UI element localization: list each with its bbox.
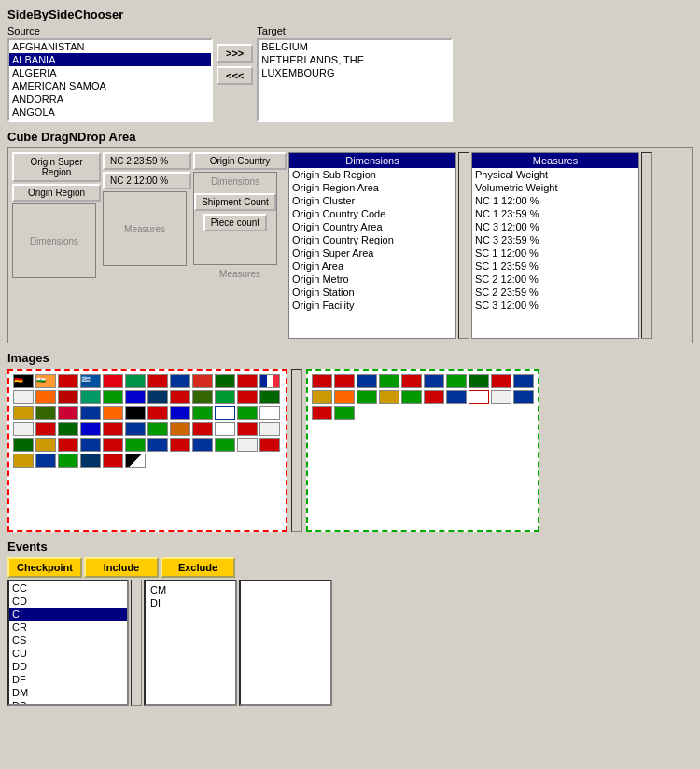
flag-c8[interactable] (125, 406, 146, 420)
target-list[interactable]: BELGIUM NETHERLANDS, THE LUXEMBOURG (257, 38, 453, 122)
shipment-count-button[interactable]: Shipment Count (194, 193, 276, 211)
move-right-button[interactable]: >>> (217, 44, 253, 63)
meas-nc1-2359[interactable]: NC 1 23:59 % (472, 207, 638, 220)
origin-region-button[interactable]: Origin Region (12, 184, 101, 202)
rflag-r10[interactable] (513, 374, 534, 388)
source-item-anguilla[interactable]: ANGUILLA (9, 119, 211, 122)
rflag-t1[interactable] (312, 406, 332, 420)
flag-f11[interactable] (125, 454, 146, 468)
flag-b2[interactable] (147, 390, 168, 404)
flag-fr[interactable] (259, 374, 280, 388)
flag-d10[interactable] (170, 422, 190, 436)
flag-d9[interactable] (147, 422, 168, 436)
flag-d8[interactable] (125, 422, 146, 436)
dim-item-origin-country-region[interactable]: Origin Country Region (289, 233, 455, 246)
checkpoint-list[interactable]: CC CD CI CR CS CU DD DF DM DP DS EP ES (7, 580, 129, 706)
dim-item-origin-station[interactable]: Origin Station (289, 286, 455, 299)
checkpoint-button[interactable]: Checkpoint (7, 557, 82, 578)
flag-teal1[interactable] (80, 390, 101, 404)
flag-red2[interactable] (58, 390, 78, 404)
flag-e10[interactable] (125, 438, 146, 452)
dim-item-origin-country-area[interactable]: Origin Country Area (289, 220, 455, 233)
piece-count-button[interactable]: Piece count (203, 214, 267, 231)
flag-mix2[interactable] (125, 374, 146, 388)
flag-c5[interactable] (58, 406, 78, 420)
flag-e11[interactable] (147, 438, 168, 452)
flag-box-left[interactable]: 🇩🇪 🇮🇳 🇬🇷 (7, 369, 287, 532)
chk-dp[interactable]: DP (9, 699, 127, 706)
flag-b3[interactable] (170, 390, 190, 404)
move-left-button[interactable]: <<< (217, 66, 253, 85)
dim-item-origin-region-area[interactable]: Origin Region Area (289, 181, 455, 194)
chk-ci[interactable]: CI (9, 608, 127, 621)
flag-d4[interactable] (35, 422, 56, 436)
rflag-s3[interactable] (379, 390, 399, 404)
chk-cd[interactable]: CD (9, 594, 127, 608)
meas-sc2-1200[interactable]: SC 2 12:00 % (472, 273, 638, 286)
source-item-algeria[interactable]: ALGERIA (9, 66, 211, 79)
source-item-andorra[interactable]: ANDORRA (9, 92, 211, 105)
flag-mix7[interactable] (237, 374, 258, 388)
flag-e5[interactable] (13, 438, 34, 452)
source-item-american-samoa[interactable]: AMERICAN SAMOA (9, 79, 211, 92)
rflag-r7[interactable] (446, 374, 467, 388)
rflag-t2[interactable] (334, 406, 355, 420)
flag-de[interactable]: 🇩🇪 (13, 374, 34, 388)
meas-nc3-1200[interactable]: NC 3 12:00 % (472, 220, 638, 233)
flag-il[interactable] (215, 406, 235, 420)
source-item-angola[interactable]: ANGOLA (9, 105, 211, 119)
flag-c3[interactable] (13, 406, 34, 420)
flag-c9[interactable] (147, 406, 168, 420)
flag-c2[interactable] (259, 390, 280, 404)
meas-sc1-2359[interactable]: SC 1 23:59 % (472, 259, 638, 273)
meas-sc2-2359[interactable]: SC 2 23:59 % (472, 286, 638, 299)
chk-dm[interactable]: DM (9, 686, 127, 699)
flag-c10[interactable] (170, 406, 190, 420)
dim-item-origin-super-area[interactable]: Origin Super Area (289, 246, 455, 259)
flag-c1[interactable] (237, 390, 258, 404)
flag-d1[interactable] (237, 406, 258, 420)
flag-mix5[interactable] (192, 374, 213, 388)
inc-di[interactable]: DI (147, 596, 233, 609)
exclude-button[interactable]: Exclude (161, 557, 235, 578)
flag-e6[interactable] (35, 438, 56, 452)
nc2-chip-1[interactable]: NC 2 23:59 % (103, 152, 191, 170)
flag-mix3[interactable] (147, 374, 168, 388)
chk-cc[interactable]: CC (9, 581, 127, 594)
flag-c11[interactable] (192, 406, 213, 420)
flag-d3[interactable] (13, 422, 34, 436)
chk-dd[interactable]: DD (9, 660, 127, 673)
source-list[interactable]: AFGHANISTAN ALBANIA ALGERIA AMERICAN SAM… (7, 38, 213, 122)
flag-box-right[interactable] (306, 369, 539, 532)
flag-e3[interactable] (237, 422, 258, 436)
flag-e7[interactable] (58, 438, 78, 452)
meas-sc3-1200[interactable]: SC 3 12:00 % (472, 299, 638, 312)
flag-e9[interactable] (103, 438, 123, 452)
rflag-s9[interactable] (513, 390, 534, 404)
flag-mix4[interactable] (170, 374, 190, 388)
exclude-list[interactable] (239, 580, 332, 706)
flag-e1[interactable] (192, 422, 213, 436)
dim-item-origin-country-code[interactable]: Origin Country Code (289, 207, 455, 220)
flag-light1[interactable] (13, 390, 34, 404)
rflag-s5[interactable] (424, 390, 444, 404)
flag-f2[interactable] (192, 438, 213, 452)
rflag-r6[interactable] (424, 374, 444, 388)
rflag-r3[interactable] (357, 374, 377, 388)
flag-c4[interactable] (35, 406, 56, 420)
flag-f10[interactable] (103, 454, 123, 468)
rflag-s6[interactable] (446, 390, 467, 404)
flag-b4[interactable] (192, 390, 213, 404)
meas-volumetric-weight[interactable]: Volumetric Weight (472, 181, 638, 194)
dim-item-origin-facility[interactable]: Origin Facility (289, 299, 455, 312)
flag-arrow1[interactable] (103, 390, 123, 404)
rflag-s2[interactable] (357, 390, 377, 404)
dim-item-origin-area[interactable]: Origin Area (289, 259, 455, 273)
dimensions-scrollbar[interactable] (458, 152, 469, 339)
flag-f8[interactable] (58, 454, 78, 468)
chk-cs[interactable]: CS (9, 634, 127, 647)
flag-b1[interactable] (125, 390, 146, 404)
flag-mix6[interactable] (215, 374, 235, 388)
flag-f4[interactable] (237, 438, 258, 452)
flag-f7[interactable] (35, 454, 56, 468)
